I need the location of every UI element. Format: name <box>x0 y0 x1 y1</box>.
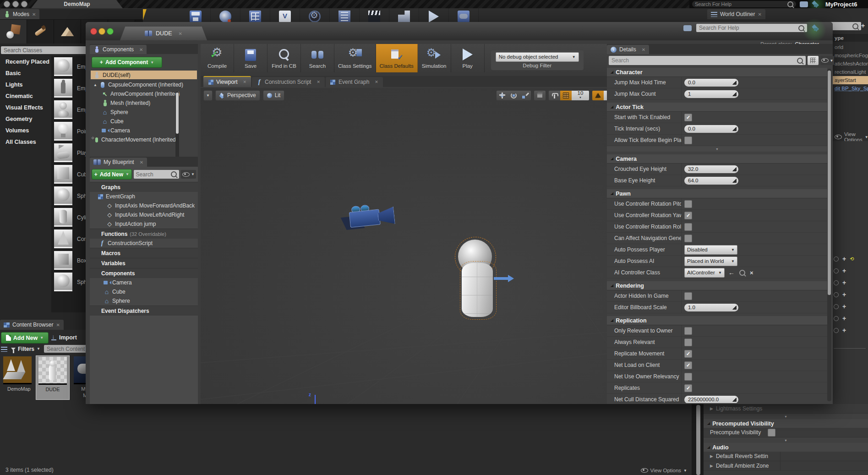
lightmass-settings-row[interactable]: ▶Lightmass Settings <box>704 404 868 414</box>
my-blueprint-row[interactable]: ◢ Camera + <box>90 278 198 287</box>
my-blueprint-search-input[interactable]: Search <box>134 170 179 179</box>
expand-arrow-icon[interactable]: ▶ <box>710 464 713 468</box>
numeric-field[interactable]: 1 <box>684 90 738 98</box>
section-expander[interactable] <box>607 146 827 152</box>
resize-corner-icon[interactable] <box>732 127 737 131</box>
lit-mode-button[interactable]: Lit <box>263 90 285 101</box>
modes-category[interactable]: All Classes <box>0 136 51 147</box>
property-matrix-button[interactable] <box>808 56 819 65</box>
sources-panel-toggle-icon[interactable] <box>1 346 7 352</box>
checkbox[interactable] <box>768 429 775 437</box>
dropdown-select[interactable]: Disabled▼ <box>684 245 737 255</box>
details-section-header[interactable]: ◢Camera <box>607 154 827 164</box>
numeric-field[interactable]: 0.0 <box>684 125 738 133</box>
blueprint-toolbar-button[interactable]: Find in CB ▼ <box>267 44 301 72</box>
details-view-options-button[interactable]: ▼ <box>820 56 834 65</box>
paint-mode-button[interactable] <box>27 20 54 44</box>
help-search-input[interactable]: Search For Help <box>692 1 796 7</box>
checkbox[interactable] <box>684 200 692 208</box>
import-button[interactable]: Import <box>51 332 87 343</box>
component-tree-row[interactable]: ▲ Cube <box>90 117 198 126</box>
my-blueprint-row[interactable]: ◢ Sphere + <box>90 296 198 306</box>
checkbox[interactable] <box>684 373 692 381</box>
content-asset[interactable]: DemoMap <box>1 355 34 400</box>
my-blueprint-row[interactable]: ◢ InputAction jump + <box>90 219 198 229</box>
resize-corner-icon[interactable] <box>732 306 737 310</box>
checkbox[interactable] <box>684 350 692 358</box>
checkbox[interactable] <box>684 339 692 346</box>
macos-minimize-button[interactable] <box>98 28 105 35</box>
arrow-component-gizmo[interactable] <box>494 277 508 280</box>
checkbox[interactable] <box>684 292 692 300</box>
background-detail-row[interactable]: + ⟲ <box>834 324 854 336</box>
blueprint-toolbar-button[interactable]: Play ▼ <box>451 44 485 72</box>
grid-snap-value[interactable]: 10▼ <box>572 91 589 100</box>
perspective-button[interactable]: Perspective <box>215 90 260 101</box>
details-section-header[interactable]: ◢Pawn <box>607 189 827 198</box>
modes-category[interactable]: Geometry <box>0 113 51 125</box>
numeric-field[interactable]: 225000000.0 <box>684 396 738 404</box>
world-outliner-tab[interactable]: World Outliner✕ <box>707 9 765 19</box>
my-blueprint-row[interactable]: ◢ Components + <box>90 268 198 278</box>
document-tab[interactable]: Viewport ✕ <box>203 76 251 87</box>
details-section-header[interactable]: ◢Rendering <box>607 281 827 290</box>
blueprint-toolbar-button[interactable]: Compile ▼ <box>201 44 234 72</box>
radio-circle-icon[interactable] <box>834 304 839 309</box>
document-tab[interactable]: Event Graph ✕ <box>326 77 383 87</box>
close-icon[interactable]: ✕ <box>317 80 320 84</box>
my-blueprint-row[interactable]: ◢ Event Dispatchers + <box>90 306 198 316</box>
resize-corner-icon[interactable] <box>732 81 737 85</box>
expand-arrow-icon[interactable]: ▶ <box>710 454 713 459</box>
place-mode-button[interactable] <box>0 20 27 44</box>
my-blueprint-row[interactable]: ◢ ConstructionScript + <box>90 239 198 248</box>
background-scrollbar[interactable] <box>696 405 700 475</box>
background-detail-row[interactable]: + ⟲ <box>834 277 854 289</box>
details-section-header[interactable]: ◢Character <box>607 68 827 77</box>
plus-icon[interactable]: + <box>842 255 846 262</box>
modes-category[interactable]: Volumes <box>0 125 51 136</box>
class-picker-dropdown[interactable]: AIController▼ <box>684 268 725 278</box>
plus-icon[interactable]: + <box>842 327 846 334</box>
audio-property-row[interactable]: ▶ Default Reverb Settin <box>704 452 868 461</box>
grid-snap-toggle[interactable] <box>560 91 572 100</box>
dropdown-select[interactable]: Placed in World▼ <box>684 257 737 266</box>
resize-corner-icon[interactable] <box>732 179 737 183</box>
rotation-snap-toggle[interactable] <box>592 91 604 100</box>
radio-circle-icon[interactable] <box>834 257 839 262</box>
modes-category[interactable]: Lights <box>0 79 51 90</box>
background-detail-row[interactable]: + ⟲ <box>834 312 854 324</box>
my-blueprint-row[interactable]: ◢ Cube + <box>90 287 198 296</box>
debug-object-dropdown[interactable]: No debug object selected▼ <box>496 52 579 62</box>
my-blueprint-tab[interactable]: My Blueprint✕ <box>90 158 147 167</box>
section-expander[interactable] <box>704 437 868 443</box>
plus-icon[interactable]: + <box>842 267 846 274</box>
numeric-field[interactable]: 1.0 <box>684 304 738 311</box>
audio-property-row[interactable]: ▶ Default Ambient Zone <box>704 461 868 471</box>
close-icon[interactable]: ✕ <box>642 47 645 52</box>
background-detail-row[interactable]: + ⟲ <box>834 300 854 312</box>
component-tree-row[interactable]: ▲ Mesh (Inherited) <box>90 98 198 108</box>
macos-close-button[interactable] <box>90 28 97 35</box>
resize-corner-icon[interactable] <box>732 167 737 171</box>
details-section-header[interactable]: ◢Replication <box>607 316 827 325</box>
plus-icon[interactable]: + <box>842 315 846 322</box>
add-icon[interactable]: + <box>861 22 865 29</box>
resize-corner-icon[interactable] <box>732 398 737 402</box>
add-new-button[interactable]: +Add New▼ <box>92 169 132 180</box>
components-tab[interactable]: Components✕ <box>90 45 147 54</box>
reset-to-default-icon[interactable]: ⟲ <box>850 256 854 262</box>
checkbox[interactable] <box>684 136 692 144</box>
my-blueprint-row[interactable]: ◢ InputAxis MoveForwardAndBack + <box>90 201 198 210</box>
outliner-row[interactable]: orld <box>833 43 868 51</box>
checkbox[interactable] <box>684 327 692 335</box>
translate-tool-button[interactable] <box>497 91 508 100</box>
modes-tab[interactable]: Modes✕ <box>0 9 39 19</box>
my-blueprint-row[interactable]: ◢ Macros + <box>90 248 198 258</box>
details-scrollbar[interactable] <box>827 69 831 401</box>
close-icon[interactable]: ✕ <box>32 12 36 17</box>
modes-category[interactable]: Cinematic <box>0 90 51 102</box>
expander-icon[interactable]: ▲ <box>93 83 97 87</box>
add-component-button[interactable]: +Add Component▼ <box>92 57 162 68</box>
checkbox[interactable] <box>684 235 692 242</box>
details-search-input[interactable]: Search <box>609 56 806 65</box>
